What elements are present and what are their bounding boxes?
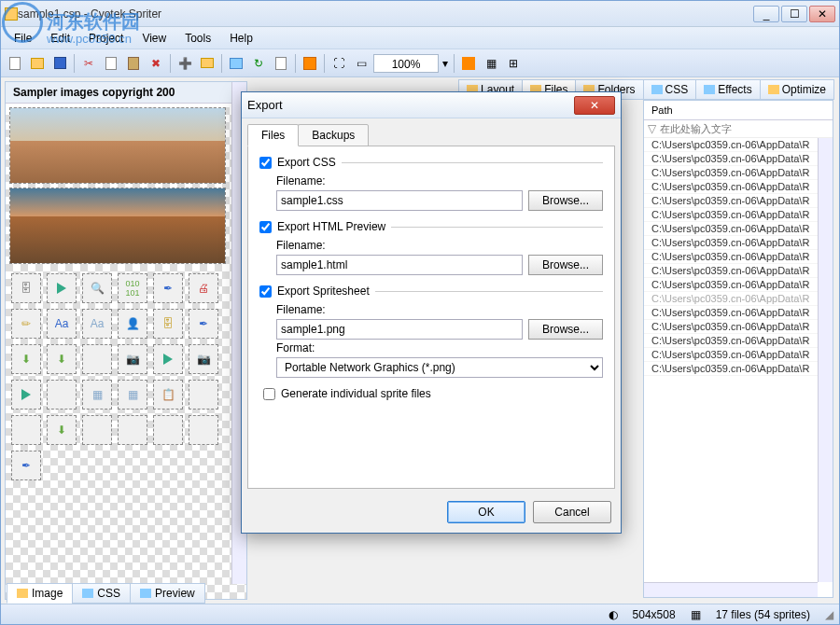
menu-help[interactable]: Help — [220, 29, 262, 48]
horizontal-scrollbar[interactable] — [644, 582, 818, 597]
maximize-button[interactable]: ☐ — [781, 6, 807, 22]
sprite-item[interactable]: 🖨 — [189, 273, 218, 303]
file-row[interactable]: C:\Users\pc0359.cn-06\AppData\R — [644, 320, 833, 334]
sprite-item[interactable]: ✒ — [11, 451, 41, 480]
export-close-button[interactable]: ✕ — [574, 96, 615, 115]
file-row[interactable]: C:\Users\pc0359.cn-06\AppData\R — [644, 292, 833, 306]
cut-icon[interactable]: ✂ — [78, 53, 99, 74]
grid2-icon[interactable]: ▦ — [481, 53, 501, 74]
spritesheet-canvas[interactable]: 🗄 🔍 010101 ✒ 🖨 ✏ Aa Aa 👤 🗄 ✒ ⬇ ⬇ 📷 — [6, 107, 246, 600]
properties-icon[interactable] — [271, 53, 291, 74]
minimize-button[interactable]: _ — [753, 6, 779, 22]
file-row[interactable]: C:\Users\pc0359.cn-06\AppData\R — [644, 166, 833, 180]
sprite-item[interactable]: ⬇ — [47, 415, 77, 445]
file-row[interactable]: C:\Users\pc0359.cn-06\AppData\R — [644, 152, 833, 166]
css-browse-button[interactable]: Browse... — [528, 190, 603, 211]
zoom-actual-icon[interactable]: ▭ — [351, 53, 371, 74]
run-icon[interactable] — [300, 53, 320, 74]
file-row[interactable]: C:\Users\pc0359.cn-06\AppData\R — [644, 264, 833, 278]
sprite-item[interactable]: 🗄 — [11, 273, 41, 303]
file-row[interactable]: C:\Users\pc0359.cn-06\AppData\R — [644, 250, 833, 264]
menu-tools[interactable]: Tools — [175, 29, 220, 48]
export-tab-files[interactable]: Files — [247, 124, 299, 146]
filter-input[interactable] — [660, 123, 829, 134]
file-row[interactable]: C:\Users\pc0359.cn-06\AppData\R — [644, 306, 833, 320]
file-row[interactable]: C:\Users\pc0359.cn-06\AppData\R — [644, 180, 833, 194]
tab-optimize[interactable]: Optimize — [760, 79, 834, 100]
generate-individual-checkbox[interactable] — [263, 388, 275, 400]
file-row[interactable]: C:\Users\pc0359.cn-06\AppData\R — [644, 138, 833, 152]
sprite-item[interactable] — [11, 380, 41, 410]
sprite-item[interactable] — [118, 415, 147, 445]
sprite-item[interactable]: 📷 — [189, 344, 218, 374]
menu-file[interactable]: File — [5, 29, 41, 48]
sprite-item[interactable] — [47, 380, 77, 410]
copy-icon[interactable] — [101, 53, 121, 74]
sprite-item[interactable] — [11, 415, 41, 445]
new-file-icon[interactable] — [5, 53, 25, 74]
sprite-item[interactable]: 📷 — [118, 344, 147, 374]
tab-css[interactable]: CSS — [643, 79, 697, 100]
delete-icon[interactable]: ✖ — [146, 53, 166, 74]
sprite-item[interactable]: 🔍 — [82, 273, 112, 303]
export-html-checkbox[interactable] — [259, 221, 272, 233]
export-css-checkbox[interactable] — [259, 157, 272, 169]
sprite-item[interactable] — [189, 415, 218, 445]
sprite-format-select[interactable]: Portable Network Graphics (*.png) — [276, 357, 603, 378]
sprite-item[interactable] — [47, 273, 77, 303]
sprite-item[interactable] — [153, 344, 183, 374]
html-filename-input[interactable] — [276, 255, 523, 275]
grid3-icon[interactable]: ⊞ — [503, 53, 524, 74]
sprite-item[interactable]: Aa — [82, 309, 112, 339]
btab-image[interactable]: Image — [7, 583, 73, 604]
close-button[interactable]: ✕ — [809, 6, 835, 22]
css-filename-input[interactable] — [276, 190, 523, 211]
export-icon[interactable] — [226, 53, 246, 74]
grid-icon[interactable] — [458, 53, 479, 74]
file-row[interactable]: C:\Users\pc0359.cn-06\AppData\R — [644, 334, 833, 348]
files-list[interactable]: C:\Users\pc0359.cn-06\AppData\RC:\Users\… — [644, 138, 833, 376]
save-icon[interactable] — [49, 53, 70, 74]
sprite-item[interactable] — [189, 380, 218, 410]
cancel-button[interactable]: Cancel — [533, 501, 611, 523]
sprite-item[interactable] — [82, 344, 112, 374]
sprite-landscape-2[interactable] — [9, 188, 226, 264]
paste-icon[interactable] — [123, 53, 144, 74]
file-row[interactable]: C:\Users\pc0359.cn-06\AppData\R — [644, 278, 833, 292]
sprite-item[interactable]: ✒ — [153, 273, 183, 303]
sprite-item[interactable]: ⬇ — [11, 344, 41, 374]
file-row[interactable]: C:\Users\pc0359.cn-06\AppData\R — [644, 222, 833, 236]
sprite-filename-input[interactable] — [276, 319, 523, 340]
add-folder-icon[interactable] — [197, 53, 217, 74]
sprite-item[interactable]: ✏ — [11, 309, 41, 339]
sprite-item[interactable]: 👤 — [118, 309, 147, 339]
sprite-item[interactable]: ⬇ — [47, 344, 77, 374]
export-tab-backups[interactable]: Backups — [298, 124, 369, 146]
add-image-icon[interactable]: ➕ — [175, 53, 195, 74]
zoom-combo[interactable]: 100% — [373, 54, 439, 73]
sprite-browse-button[interactable]: Browse... — [528, 319, 603, 340]
sprite-item[interactable]: ▦ — [118, 380, 147, 410]
sprite-item[interactable]: 📋 — [153, 380, 183, 410]
menu-project[interactable]: Project — [79, 29, 133, 48]
sprite-item[interactable] — [82, 415, 112, 445]
file-row[interactable]: C:\Users\pc0359.cn-06\AppData\R — [644, 362, 833, 376]
refresh-icon[interactable]: ↻ — [248, 53, 269, 74]
sprite-item[interactable]: Aa — [47, 309, 77, 339]
menu-edit[interactable]: Edit — [41, 29, 79, 48]
tab-effects[interactable]: Effects — [695, 79, 760, 100]
col-path[interactable]: Path — [644, 101, 680, 119]
ok-button[interactable]: OK — [447, 501, 525, 523]
open-file-icon[interactable] — [27, 53, 48, 74]
btab-css[interactable]: CSS — [72, 583, 131, 604]
sprite-landscape-1[interactable] — [9, 107, 226, 184]
sprite-item[interactable]: ✒ — [189, 309, 218, 339]
sprite-item[interactable]: ▦ — [82, 380, 112, 410]
file-row[interactable]: C:\Users\pc0359.cn-06\AppData\R — [644, 194, 833, 208]
vertical-scrollbar[interactable] — [818, 138, 833, 582]
file-row[interactable]: C:\Users\pc0359.cn-06\AppData\R — [644, 236, 833, 250]
status-resize-grip-icon[interactable]: ◢ — [825, 608, 833, 621]
menu-view[interactable]: View — [133, 29, 175, 48]
file-row[interactable]: C:\Users\pc0359.cn-06\AppData\R — [644, 348, 833, 362]
btab-preview[interactable]: Preview — [130, 583, 205, 604]
